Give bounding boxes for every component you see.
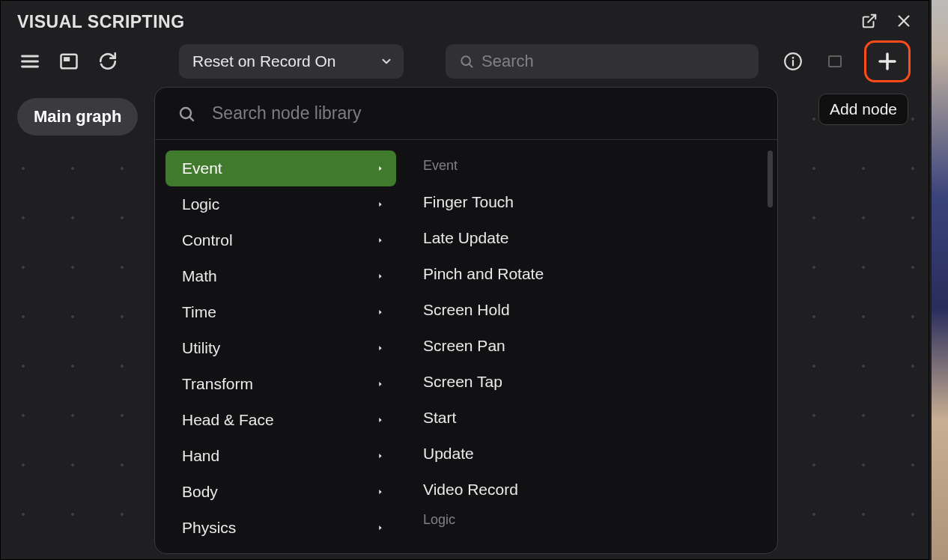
category-label: Hand [182,447,219,465]
refresh-button[interactable] [95,49,121,74]
svg-line-0 [868,15,875,22]
chevron-right-icon [377,272,384,281]
category-label: Time [182,303,216,321]
toolbar: Reset on Record On Search [1,43,929,80]
visual-scripting-panel: VISUAL SCRIPTING [0,0,929,560]
node-item-finger-touch[interactable]: Finger Touch [422,184,762,220]
reset-mode-dropdown[interactable]: Reset on Record On [179,44,404,79]
category-label: Event [182,159,222,177]
dropdown-label: Reset on Record On [192,52,335,70]
library-search-input[interactable] [212,103,755,124]
svg-marker-19 [379,202,381,207]
chevron-right-icon [377,236,384,245]
node-item-screen-hold[interactable]: Screen Hold [422,292,762,328]
category-label: Math [182,267,217,285]
chevron-right-icon [377,308,384,317]
category-label: Transform [182,375,253,393]
svg-marker-26 [379,454,381,458]
title-bar: VISUAL SCRIPTING [1,1,929,43]
layout-button[interactable] [56,49,82,74]
chevron-right-icon [377,344,384,353]
search-icon [459,54,474,69]
info-button[interactable] [780,49,806,74]
menu-button[interactable] [17,49,43,74]
svg-marker-27 [379,490,381,494]
chevron-right-icon [377,380,384,389]
svg-marker-20 [379,238,381,243]
svg-line-17 [190,117,193,120]
node-item-start[interactable]: Start [422,400,762,436]
scrollbar-thumb[interactable] [768,150,773,207]
svg-marker-23 [379,346,381,350]
graph-chip-label: Main graph [34,107,121,126]
svg-marker-18 [379,166,381,171]
library-node-list[interactable]: EventFinger TouchLate UpdatePinch and Ro… [407,140,777,553]
category-item-hand[interactable]: Hand [165,438,396,474]
node-item-video-record[interactable]: Video Record [422,472,762,508]
library-categories: EventLogicControlMathTimeUtilityTransfor… [155,140,407,553]
svg-rect-7 [64,57,70,61]
node-item-pinch-and-rotate[interactable]: Pinch and Rotate [422,256,762,292]
chevron-right-icon [377,416,384,424]
graph-chip[interactable]: Main graph [17,98,138,136]
category-label: Logic [182,195,219,213]
add-node-tooltip: Add node [818,94,908,125]
section-header: Event [423,158,762,174]
preview-sliver [932,0,948,560]
svg-line-9 [470,64,473,67]
library-search-row [155,88,777,140]
category-item-math[interactable]: Math [165,258,396,294]
category-label: Physics [182,519,236,537]
category-label: Utility [182,339,220,357]
category-item-event[interactable]: Event [165,150,396,186]
category-item-physics[interactable]: Physics [165,510,396,546]
category-item-logic[interactable]: Logic [165,186,396,222]
svg-marker-22 [379,310,381,314]
node-item-update[interactable]: Update [422,436,762,472]
search-field[interactable]: Search [446,44,759,79]
window-button[interactable] [822,49,848,74]
category-item-control[interactable]: Control [165,222,396,258]
svg-marker-28 [379,526,381,530]
node-item-late-update[interactable]: Late Update [422,220,762,256]
category-item-transform[interactable]: Transform [165,366,396,402]
svg-point-12 [792,57,794,59]
library-body: EventLogicControlMathTimeUtilityTransfor… [155,140,777,553]
svg-marker-25 [379,418,381,422]
section-header: Logic [423,512,762,528]
popout-button[interactable] [858,10,881,32]
category-item-utility[interactable]: Utility [165,330,396,366]
category-item-time[interactable]: Time [165,294,396,330]
chevron-down-icon [380,55,393,68]
toolbar-right: Add node [780,40,912,82]
search-icon [177,105,195,123]
svg-rect-13 [829,56,841,67]
search-placeholder: Search [481,52,534,71]
chevron-right-icon [377,164,384,173]
category-label: Body [182,483,218,501]
close-button[interactable] [893,10,915,32]
svg-marker-21 [379,274,381,279]
chevron-right-icon [377,200,384,209]
category-item-head-face[interactable]: Head & Face [165,402,396,438]
node-library-popup: EventLogicControlMathTimeUtilityTransfor… [154,87,778,554]
panel-title: VISUAL SCRIPTING [17,12,185,32]
title-actions [858,10,915,32]
node-item-screen-pan[interactable]: Screen Pan [422,328,762,364]
category-item-body[interactable]: Body [165,474,396,510]
node-item-screen-tap[interactable]: Screen Tap [422,364,762,400]
add-node-button[interactable]: Add node [864,40,911,82]
chevron-right-icon [377,487,384,496]
chevron-right-icon [377,451,384,460]
category-label: Head & Face [182,411,274,429]
category-label: Control [182,231,233,249]
svg-marker-24 [379,382,381,386]
chevron-right-icon [377,523,384,532]
